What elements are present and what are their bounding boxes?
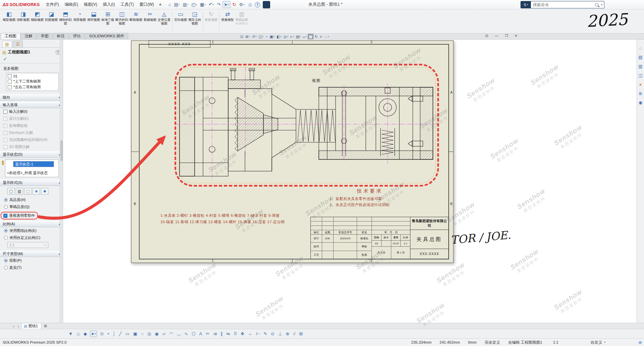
dynamic-annotation-views-icon[interactable]: ◔ xyxy=(265,34,268,39)
more-options-icon[interactable]: ⋯▾ xyxy=(323,34,330,39)
text-icon[interactable]: A xyxy=(198,331,203,337)
favorites-star-icon[interactable]: ★ xyxy=(157,2,164,7)
dimension-type-option-1[interactable]: 真实(T) xyxy=(0,264,63,271)
section-scale[interactable]: 比例(A)▴ xyxy=(0,221,63,227)
relative-view-button[interactable]: ⬓相对视图 xyxy=(87,10,101,33)
circle-icon[interactable]: ○ xyxy=(140,331,144,337)
restore-button[interactable]: ❐ xyxy=(504,34,508,38)
zoom-to-fit-icon[interactable]: ⊡ xyxy=(240,34,244,39)
section-view-button[interactable]: ◪剖面视图 xyxy=(44,10,58,33)
file-explorer-icon[interactable]: ▥ xyxy=(638,64,642,69)
select-arrow-icon[interactable]: ➤▾ xyxy=(222,1,230,8)
minimize-button[interactable]: — xyxy=(494,34,499,38)
design-library-icon[interactable]: ▤ xyxy=(638,55,642,60)
new-document-icon[interactable]: ▤▾ xyxy=(173,1,181,8)
search-dropdown-icon[interactable]: ▾ xyxy=(601,3,602,6)
custom-properties-icon[interactable]: ≣ xyxy=(639,91,642,96)
detail-view-button[interactable]: ◔局部视图 xyxy=(72,10,87,33)
crop-view-button[interactable]: ✂剪裁视图 xyxy=(143,10,157,33)
shaded-button[interactable]: ■ xyxy=(41,188,48,195)
scrollbar-thumb[interactable] xyxy=(60,140,63,161)
model-view-button[interactable]: ◧模型视图 xyxy=(2,10,16,33)
units-select[interactable]: 自定义 ▾ xyxy=(591,340,605,345)
appearances-scenes-icon[interactable]: ● xyxy=(639,82,642,87)
offset-entities-icon[interactable]: ∥ xyxy=(220,331,224,337)
geometric-tolerance-icon[interactable]: ⊕ xyxy=(285,331,290,337)
add-sheet-icon[interactable]: ⊞ xyxy=(43,324,48,328)
ellipse-icon[interactable]: ◉ xyxy=(154,331,159,337)
pane-secondary-tab[interactable]: ☰ xyxy=(13,41,23,47)
drawing-sheet[interactable]: XXXX-XXX 1 2 1 2 A B A B 视图 技术要求 1、装配后夹具… xyxy=(131,40,454,263)
undo-icon[interactable]: ↶▾ xyxy=(208,1,215,8)
display-state-item-0[interactable]: 显示状态-1 xyxy=(13,161,54,167)
standard-3-view-button[interactable]: ⊞标准三视图 xyxy=(101,10,115,33)
tab-2[interactable]: 草图 xyxy=(37,33,53,39)
search-input[interactable] xyxy=(531,2,595,7)
replace-model-button[interactable]: ⇄替换模型 xyxy=(220,10,235,33)
menu-item-5[interactable]: 窗口(W) xyxy=(137,0,157,9)
options-gear-icon[interactable]: ⚙▾ xyxy=(238,1,245,8)
rotate-view-icon[interactable]: ↻ xyxy=(314,34,318,39)
menu-item-0[interactable]: 文件(F) xyxy=(43,0,62,9)
section-view-icon[interactable]: ◫▾ xyxy=(258,34,264,39)
transparent-components-checkbox[interactable]: ✓ 透视透明零部件 xyxy=(1,212,38,219)
account-icon[interactable]: ☺ xyxy=(248,2,253,7)
section-display-style[interactable]: 显示样式(S)▴ xyxy=(0,180,63,186)
previous-view-icon[interactable]: ↺▾ xyxy=(251,34,257,39)
close-button[interactable]: ✕ xyxy=(514,34,518,38)
removed-section-button[interactable]: ⬒移除的剖面 xyxy=(58,10,72,33)
edit-appearance-icon[interactable]: ◐▾ xyxy=(290,34,295,39)
alternate-position-view-button[interactable]: ◬交替位置视图 xyxy=(157,10,171,33)
corner-rectangle-icon[interactable]: ▭ xyxy=(125,331,130,337)
perimeter-circle-icon[interactable]: ◎ xyxy=(147,331,152,337)
empty-view-button[interactable]: ▭空白视图 xyxy=(174,10,188,33)
menu-item-2[interactable]: 视图(V) xyxy=(81,0,100,9)
quality-option-0[interactable]: 高品质(H) xyxy=(0,196,63,203)
tangent-arc-icon[interactable]: ◡ xyxy=(176,331,181,337)
display-state-item-1[interactable]: <前处理>_外观 显示状态 xyxy=(6,170,58,176)
mirror-entities-icon[interactable]: ⇋ xyxy=(226,331,231,337)
save-icon[interactable]: ◰▾ xyxy=(190,1,198,8)
section-dimension-type[interactable]: 尺寸类型(M)▴ xyxy=(0,251,63,257)
predefined-view-button[interactable]: ◲预定义的视图 xyxy=(188,10,202,33)
polygon-icon[interactable]: ⬠ xyxy=(191,331,196,337)
linear-pattern-icon[interactable]: ⠿ xyxy=(233,331,238,337)
filter-vertices-icon[interactable]: ◇ xyxy=(76,331,81,337)
magnifying-glass-icon[interactable]: ⊙ xyxy=(99,331,104,337)
property-manager-tab[interactable]: ▤ xyxy=(2,41,12,47)
menu-item-3[interactable]: 插入(I) xyxy=(100,0,117,9)
globe-icon[interactable]: ⊕ xyxy=(638,340,642,345)
import-option-0[interactable]: 输入注解(I) xyxy=(0,108,63,115)
redo-icon[interactable]: ↷ xyxy=(216,1,221,8)
convert-entities-icon[interactable]: ⇉ xyxy=(212,331,217,337)
filter-faces-icon[interactable]: ◆ xyxy=(83,331,88,337)
restore-group-button[interactable]: ⊡ xyxy=(485,34,489,38)
note-icon[interactable]: ✎ xyxy=(263,331,268,337)
wireframe-button[interactable]: ▢ xyxy=(7,188,15,195)
hidden-lines-removed-button[interactable]: ▢ xyxy=(24,188,32,195)
dimension-type-option-0[interactable]: 投影(P) xyxy=(0,257,63,264)
panel-scrollbar[interactable] xyxy=(60,40,63,323)
centerline-icon[interactable]: ┆ xyxy=(112,331,116,337)
search-scope-button[interactable]: S▾ xyxy=(521,1,531,8)
view-palette-icon[interactable]: ◫ xyxy=(638,73,642,78)
section-import-options[interactable]: 输入选项▴ xyxy=(0,102,63,108)
projected-view-button[interactable]: ◨投影视图 xyxy=(16,10,30,33)
scale-option-0[interactable]: 使用图纸比例(E) xyxy=(0,227,63,234)
section-mirror[interactable]: 镜向▾ xyxy=(0,94,63,101)
break-view-button[interactable]: ≋断裂视图 xyxy=(129,10,143,33)
balloon-icon[interactable]: ⊙ xyxy=(270,331,275,337)
apply-scene-icon[interactable]: ▤▾ xyxy=(295,34,302,39)
tab-4[interactable]: 评估 xyxy=(69,33,85,39)
center-rectangle-icon[interactable]: ▣ xyxy=(133,331,138,337)
sketch-point-icon[interactable]: • xyxy=(107,331,110,337)
menu-item-1[interactable]: 编辑(E) xyxy=(62,0,81,9)
tab-3[interactable]: 标注 xyxy=(53,33,69,39)
home-icon[interactable]: ⌂ xyxy=(639,46,642,51)
select-tool-icon[interactable]: ➤▾ xyxy=(90,331,97,337)
view-settings-icon[interactable]: ◒▾ xyxy=(302,34,307,39)
display-style-icon[interactable]: ◧▾ xyxy=(276,34,282,39)
open-icon[interactable]: ▥▾ xyxy=(182,1,189,8)
scale-select[interactable]: 1:1▾ xyxy=(7,242,48,248)
line-icon[interactable]: ╱ xyxy=(118,331,122,337)
